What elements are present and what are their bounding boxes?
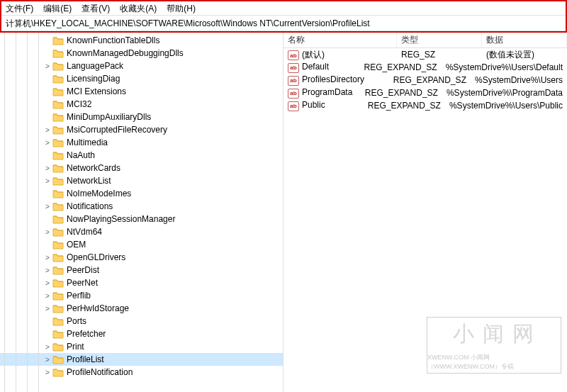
tree-item-label: Perflib: [67, 291, 91, 301]
tree-item-label: NaAuth: [67, 150, 95, 160]
tree-item[interactable]: >MCI Extensions: [0, 85, 283, 98]
value-data-cell: %SystemDrive%\Users\Default: [442, 62, 567, 72]
folder-icon: [52, 354, 64, 364]
expander-icon[interactable]: >: [44, 177, 51, 185]
value-name: ProfilesDirectory: [302, 74, 364, 84]
folder-icon: [52, 252, 64, 262]
tree-item[interactable]: >NetworkList: [0, 174, 283, 187]
tree-item-label: Notifications: [67, 201, 113, 211]
tree-item-label: NowPlayingSessionManager: [67, 214, 175, 224]
tree-item[interactable]: >LicensingDiag: [0, 72, 283, 85]
folder-icon: [52, 189, 64, 198]
tree-item[interactable]: >PeerNet: [0, 276, 283, 289]
column-type[interactable]: 类型: [397, 33, 482, 47]
registry-tree: >KnownFunctionTableDlls>KnownManagedDebu…: [0, 33, 283, 379]
value-data-cell: %SystemDrive%\ProgramData: [442, 88, 567, 98]
value-type-cell: REG_EXPAND_SZ: [389, 75, 471, 85]
tree-item[interactable]: >Multimedia: [0, 136, 283, 149]
tree-item[interactable]: >LanguagePack: [0, 60, 283, 72]
column-name[interactable]: 名称: [284, 33, 397, 47]
tree-item[interactable]: >NowPlayingSessionManager: [0, 213, 283, 225]
tree-item-label: NoImeModeImes: [67, 189, 131, 198]
folder-icon: [52, 227, 64, 237]
tree-item-label: OEM: [67, 240, 86, 250]
tree-item[interactable]: >Perflib: [0, 289, 283, 302]
list-item[interactable]: abDefaultREG_EXPAND_SZ%SystemDrive%\User…: [284, 61, 567, 74]
main-split: >KnownFunctionTableDlls>KnownManagedDebu…: [0, 33, 567, 392]
expander-icon[interactable]: >: [44, 254, 51, 262]
tree-item[interactable]: >MCI32: [0, 98, 283, 111]
tree-item-label: ProfileList: [67, 354, 104, 364]
menu-favorites[interactable]: 收藏夹(A): [120, 3, 157, 13]
expander-icon[interactable]: >: [44, 164, 51, 172]
expander-icon[interactable]: >: [44, 279, 51, 287]
expander-icon[interactable]: >: [44, 139, 51, 147]
menu-edit[interactable]: 编辑(E): [43, 3, 72, 13]
tree-item[interactable]: >Notifications: [0, 200, 283, 213]
tree-item[interactable]: >ProfileList: [0, 353, 283, 366]
folder-icon: [52, 150, 64, 160]
menu-help[interactable]: 帮助(H): [167, 3, 196, 13]
watermark-subtext: XWENW.COM 小闻网（WWW.XWENW.COM）专稿: [427, 353, 561, 371]
tree-item[interactable]: >OpenGLDrivers: [0, 251, 283, 264]
list-item[interactable]: ab(默认)REG_SZ(数值未设置): [284, 48, 567, 61]
watermark-text: 小 闻 网: [453, 320, 536, 349]
folder-icon: [52, 48, 64, 58]
folder-icon: [52, 240, 64, 250]
value-type-cell: REG_EXPAND_SZ: [359, 62, 441, 72]
folder-icon: [52, 201, 64, 211]
expander-icon[interactable]: >: [44, 305, 51, 313]
folder-icon: [52, 125, 64, 135]
tree-item[interactable]: >NtVdm64: [0, 225, 283, 238]
menu-view[interactable]: 查看(V): [82, 3, 110, 13]
expander-icon[interactable]: >: [44, 228, 51, 236]
tree-item[interactable]: >Print: [0, 340, 283, 353]
tree-item[interactable]: >PeerDist: [0, 264, 283, 276]
tree-item-label: PeerNet: [67, 278, 98, 288]
value-data-cell: (数值未设置): [482, 49, 567, 61]
value-list-pane: 名称 类型 数据 ab(默认)REG_SZ(数值未设置)abDefaultREG…: [284, 33, 567, 392]
expander-icon[interactable]: >: [44, 267, 51, 274]
tree-item[interactable]: >KnownFunctionTableDlls: [0, 34, 283, 47]
value-data-cell: %SystemDrive%\Users\Public: [445, 101, 567, 111]
value-name-cell: ab(默认): [284, 49, 397, 61]
list-header[interactable]: 名称 类型 数据: [284, 33, 567, 48]
address-bar[interactable]: 计算机\HKEY_LOCAL_MACHINE\SOFTWARE\Microsof…: [1, 16, 566, 31]
expander-icon[interactable]: >: [44, 369, 51, 376]
tree-item[interactable]: >OEM: [0, 238, 283, 251]
column-data[interactable]: 数据: [482, 33, 567, 47]
expander-icon[interactable]: >: [44, 343, 51, 351]
value-name: ProgramData: [302, 87, 352, 97]
tree-item[interactable]: >PerHwIdStorage: [0, 302, 283, 315]
tree-item[interactable]: >MsiCorruptedFileRecovery: [0, 123, 283, 136]
expander-icon[interactable]: >: [44, 62, 51, 70]
tree-item[interactable]: >MiniDumpAuxiliaryDlls: [0, 111, 283, 123]
tree-item[interactable]: >Ports: [0, 315, 283, 327]
tree-item[interactable]: >NetworkCards: [0, 162, 283, 174]
menu-file[interactable]: 文件(F): [6, 3, 33, 13]
list-item[interactable]: abPublicREG_EXPAND_SZ%SystemDrive%\Users…: [284, 99, 567, 112]
value-type-cell: REG_EXPAND_SZ: [364, 101, 445, 111]
expander-icon[interactable]: >: [44, 356, 51, 364]
folder-icon: [52, 291, 64, 301]
tree-item-label: KnownManagedDebuggingDlls: [67, 48, 184, 58]
tree-item[interactable]: >Prefetcher: [0, 327, 283, 340]
folder-icon: [52, 316, 64, 326]
tree-item[interactable]: >KnownManagedDebuggingDlls: [0, 47, 283, 60]
expander-icon[interactable]: >: [44, 126, 51, 134]
tree-pane[interactable]: >KnownFunctionTableDlls>KnownManagedDebu…: [0, 33, 284, 392]
value-type-cell: REG_SZ: [397, 50, 482, 60]
string-value-icon: ab: [288, 101, 299, 111]
list-item[interactable]: abProfilesDirectoryREG_EXPAND_SZ%SystemD…: [284, 74, 567, 86]
folder-icon: [52, 176, 64, 186]
tree-item[interactable]: >NoImeModeImes: [0, 187, 283, 200]
folder-icon: [52, 265, 64, 275]
tree-item[interactable]: >NaAuth: [0, 149, 283, 162]
list-item[interactable]: abProgramDataREG_EXPAND_SZ%SystemDrive%\…: [284, 86, 567, 99]
highlight-annotation: 文件(F) 编辑(E) 查看(V) 收藏夹(A) 帮助(H) 计算机\HKEY_…: [0, 0, 567, 33]
expander-icon[interactable]: >: [44, 203, 51, 211]
tree-item[interactable]: >ProfileNotification: [0, 366, 283, 379]
watermark: 小 闻 网 XWENW.COM 小闻网（WWW.XWENW.COM）专稿: [427, 317, 561, 374]
tree-item-label: Prefetcher: [67, 329, 106, 339]
expander-icon[interactable]: >: [44, 292, 51, 300]
